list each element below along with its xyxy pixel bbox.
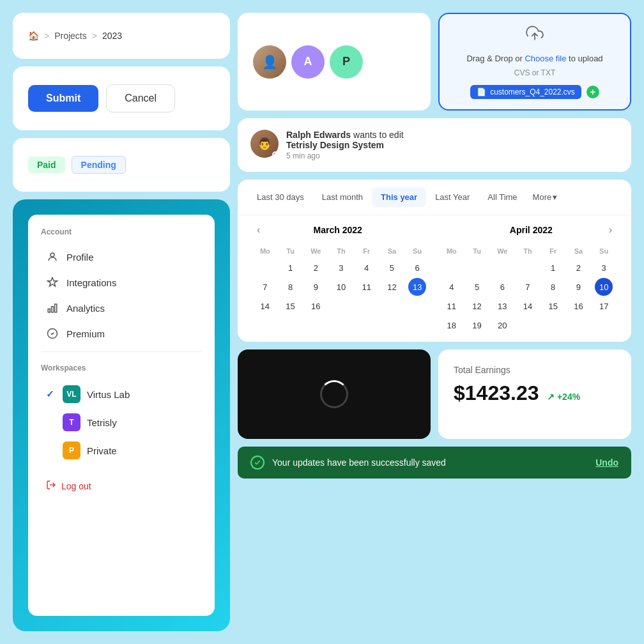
cal-day[interactable]: 16: [569, 297, 587, 315]
svg-point-0: [50, 253, 54, 257]
workspaces-section-label: Workspaces: [41, 364, 202, 372]
cal-day[interactable]: 8: [282, 278, 300, 296]
cal-day[interactable]: 6: [493, 278, 511, 296]
loading-spinner: [320, 380, 348, 408]
cal-day[interactable]: 2: [569, 259, 587, 277]
cal-day[interactable]: 18: [443, 316, 461, 334]
cal-day[interactable]: 4: [358, 259, 376, 277]
paid-badge: Paid: [28, 157, 65, 173]
breadcrumb-card: 🏠 > Projects > 2023: [13, 13, 230, 59]
workspace-item-private[interactable]: P Private: [41, 436, 202, 464]
workspace-name-p: Private: [87, 445, 117, 456]
file-icon: 📄: [477, 88, 486, 96]
sidebar-item-integrations[interactable]: Integrations: [41, 270, 202, 295]
action-card: Submit Cancel: [13, 66, 230, 130]
cal-day[interactable]: 20: [493, 316, 511, 334]
filename: customers_Q4_2022.cvs: [490, 88, 575, 96]
cal-day[interactable]: 16: [307, 297, 325, 315]
cal-day[interactable]: 7: [256, 278, 274, 296]
cal-day[interactable]: 6: [408, 259, 426, 277]
tab-thisyear[interactable]: This year: [372, 187, 426, 207]
add-file-button[interactable]: +: [586, 86, 599, 98]
workspace-name-vl: Virtus Lab: [87, 389, 130, 400]
avatars-card: 👤 A P: [238, 13, 431, 111]
cal-day-today[interactable]: 10: [595, 278, 613, 296]
upload-file-tag[interactable]: 📄 customers_Q4_2022.cvs: [470, 85, 581, 99]
logout-button[interactable]: Log out: [41, 475, 96, 497]
cal-day[interactable]: 14: [256, 297, 274, 315]
cal-month-april: April 2022 › Mo Tu We Th Fr Sa Su: [434, 223, 621, 334]
check-icon: ✓: [46, 388, 56, 400]
cal-day[interactable]: 19: [468, 316, 486, 334]
cal-day[interactable]: 3: [595, 259, 613, 277]
avatar-a[interactable]: A: [291, 45, 325, 79]
cal-day[interactable]: 10: [332, 278, 350, 296]
cal-day[interactable]: 15: [282, 297, 300, 315]
notif-time: 5 min ago: [286, 151, 404, 160]
cal-day[interactable]: 4: [443, 278, 461, 296]
avatar-photo[interactable]: 👤: [253, 45, 286, 79]
tab-last30[interactable]: Last 30 days: [248, 187, 313, 207]
sidebar-item-analytics[interactable]: Analytics: [41, 295, 202, 321]
cal-day[interactable]: 11: [443, 297, 461, 315]
logout-icon: [46, 480, 56, 492]
cal-day-selected[interactable]: 13: [408, 278, 426, 296]
account-section-label: Account: [41, 227, 202, 236]
account-card: Account Profile Integrations: [13, 199, 230, 631]
sidebar-item-premium[interactable]: Premium: [41, 321, 202, 346]
breadcrumb-sep: >: [44, 31, 49, 41]
earnings-row: $1423.23 ↗ +24%: [454, 381, 616, 405]
cal-day[interactable]: 7: [519, 278, 537, 296]
sidebar-item-analytics-label: Analytics: [66, 303, 105, 314]
cal-day[interactable]: 2: [307, 259, 325, 277]
upload-text: Drag & Drop or Choose file to upload: [466, 54, 602, 63]
cal-day[interactable]: 3: [332, 259, 350, 277]
cal-month-title-march: March 2022: [314, 225, 362, 235]
cal-day[interactable]: 1: [544, 259, 562, 277]
workspace-item-virtuslab[interactable]: ✓ VL Virtus Lab: [41, 380, 202, 408]
earnings-amount: $1423.23: [454, 381, 539, 404]
svg-rect-1: [48, 309, 50, 312]
cal-month-header-march: ‹ March 2022: [253, 223, 429, 237]
choose-file-link[interactable]: Choose file: [525, 54, 566, 63]
account-inner: Account Profile Integrations: [28, 215, 215, 616]
cal-day[interactable]: 9: [569, 278, 587, 296]
workspace-item-tetrisly[interactable]: T Tetrisly: [41, 408, 202, 436]
cal-month-title-april: April 2022: [510, 225, 553, 235]
prev-month-button[interactable]: ‹: [253, 223, 264, 237]
undo-button[interactable]: Undo: [595, 457, 618, 468]
tab-lastmonth[interactable]: Last month: [313, 187, 372, 207]
analytics-icon: [46, 302, 59, 314]
cal-day[interactable]: 5: [383, 259, 401, 277]
cal-day[interactable]: 15: [544, 297, 562, 315]
cal-day[interactable]: 9: [307, 278, 325, 296]
cal-day[interactable]: 13: [493, 297, 511, 315]
pending-badge: Pending: [72, 156, 126, 174]
breadcrumb-projects[interactable]: Projects: [54, 31, 87, 41]
next-month-button[interactable]: ›: [605, 223, 616, 237]
sidebar-item-premium-label: Premium: [66, 328, 105, 339]
avatar-p[interactable]: P: [330, 45, 363, 79]
cal-day[interactable]: 11: [358, 278, 376, 296]
tab-lastyear[interactable]: Last Year: [426, 187, 479, 207]
logout-label: Log out: [61, 481, 91, 491]
cal-day[interactable]: 17: [595, 297, 613, 315]
breadcrumb-sep2: >: [92, 31, 97, 41]
cal-day[interactable]: 12: [383, 278, 401, 296]
video-card: [238, 349, 431, 439]
cancel-button[interactable]: Cancel: [106, 84, 175, 112]
trend-up-icon: ↗: [547, 392, 555, 402]
tab-alltime[interactable]: All Time: [479, 187, 526, 207]
cal-day[interactable]: 8: [544, 278, 562, 296]
tab-more[interactable]: More ▾: [526, 187, 564, 207]
upload-card[interactable]: Drag & Drop or Choose file to upload CVS…: [438, 13, 631, 111]
cal-day[interactable]: 14: [519, 297, 537, 315]
sidebar-item-profile[interactable]: Profile: [41, 244, 202, 270]
submit-button[interactable]: Submit: [28, 85, 98, 112]
notif-text: Ralph Edwards wants to edit Tetrisly Des…: [286, 130, 404, 150]
cal-day[interactable]: 12: [468, 297, 486, 315]
cal-day[interactable]: 5: [468, 278, 486, 296]
cal-day[interactable]: 1: [282, 259, 300, 277]
svg-rect-3: [55, 304, 57, 312]
earnings-card: Total Earnings $1423.23 ↗ +24%: [438, 349, 631, 439]
